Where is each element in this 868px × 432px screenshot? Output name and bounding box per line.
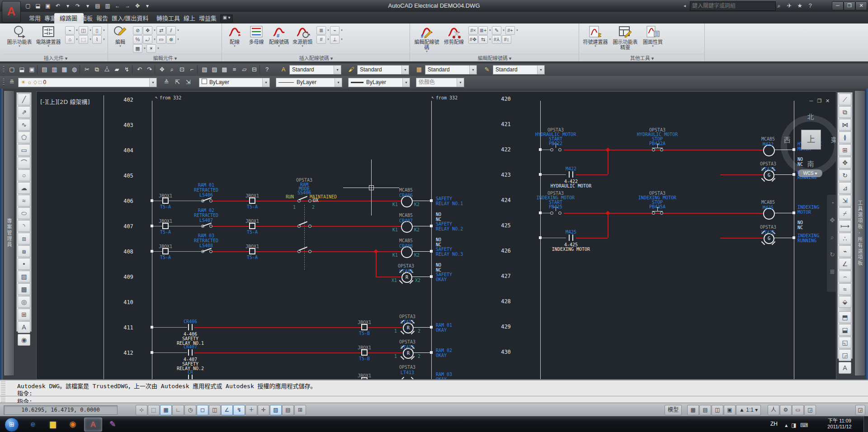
- tray-icon-2[interactable]: ⌨: [800, 422, 808, 428]
- status-far-icon-0[interactable]: 人: [768, 405, 779, 415]
- ribbon-button-來源箭頭[interactable]: 來源箭頭▾: [291, 25, 314, 53]
- modify-tool-icon-12[interactable]: ⌁: [839, 245, 851, 257]
- draw-tool-icon-12[interactable]: ⧇: [18, 245, 30, 257]
- ribbon-button-圖示功能表精靈[interactable]: 圖示功能表 精靈: [610, 25, 640, 53]
- status-toggle-3[interactable]: ∟: [172, 405, 184, 415]
- dropdown-arrow-icon[interactable]: ▾: [335, 78, 342, 87]
- draw-tool-icon-18[interactable]: A: [18, 321, 30, 333]
- dropdown-arrow-icon[interactable]: ▾: [326, 35, 330, 43]
- wire-segment[interactable]: [211, 201, 401, 202]
- terminal-symbol[interactable]: [162, 223, 169, 229]
- infocenter-icon-3[interactable]: ?: [805, 1, 815, 10]
- dropdown-arrow-icon[interactable]: ▾: [340, 26, 344, 34]
- wire-segment[interactable]: [152, 251, 203, 252]
- style-dropdown-3[interactable]: Standard▾: [493, 65, 545, 75]
- status-toggle-13[interactable]: ⊞: [294, 405, 306, 415]
- draw-tool-icon-9[interactable]: ⬭: [18, 207, 30, 219]
- status-right-icon-0[interactable]: ▦: [687, 405, 699, 415]
- wire-segment[interactable]: [720, 174, 763, 175]
- wire-segment[interactable]: [411, 226, 431, 226]
- navigation-bar[interactable]: ◔✥⌕↻≣: [827, 195, 836, 292]
- viewcube-west-label[interactable]: 西: [783, 135, 790, 144]
- search-input[interactable]: [690, 1, 776, 11]
- maximize-button[interactable]: ❐: [844, 1, 855, 10]
- status-toggle-7[interactable]: ∠: [221, 405, 233, 415]
- taskbar-autocad[interactable]: A: [84, 418, 102, 432]
- ribbon-small-button[interactable]: ⇄: [156, 26, 166, 35]
- wire-segment[interactable]: [720, 238, 763, 239]
- draworder-icon-1[interactable]: ⬓: [839, 324, 851, 336]
- drawing-minimize-button[interactable]: ─: [808, 98, 815, 103]
- wire-vertical[interactable]: [152, 101, 152, 379]
- wire-segment[interactable]: [564, 213, 763, 214]
- tool-palettes-bar[interactable]: 工具選項板 - 所有選項板: [854, 90, 865, 376]
- navbar-icon-1[interactable]: ✥: [827, 215, 836, 225]
- pushbutton-symbol[interactable]: [660, 211, 663, 215]
- draw-tool-icon-2[interactable]: ∿: [18, 119, 30, 131]
- wire-segment[interactable]: [152, 352, 187, 353]
- dropdown-arrow-icon[interactable]: ▾: [89, 26, 92, 34]
- toolbar1-icon-0[interactable]: ▢: [7, 65, 17, 74]
- draw-tool-icon-5[interactable]: ⌒: [18, 157, 30, 169]
- style-icon-3[interactable]: ✎: [482, 65, 492, 74]
- modify-tool-icon-9[interactable]: ⌿: [839, 207, 851, 219]
- modify-tool-icon-10[interactable]: ⟼: [839, 220, 851, 232]
- status-toggle-5[interactable]: ◻: [197, 405, 208, 415]
- wire-segment[interactable]: [540, 238, 566, 238]
- ribbon-button-編輯配線號碼[interactable]: #編輯配線號 碼▾: [412, 25, 441, 53]
- wire-segment[interactable]: [152, 201, 203, 201]
- toolbar1-icon-30[interactable]: ?: [262, 65, 272, 74]
- pushbutton-symbol[interactable]: [652, 211, 655, 215]
- wire-vertical[interactable]: [431, 101, 432, 379]
- toolbar-grip[interactable]: [3, 66, 5, 73]
- color-dropdown[interactable]: ByLayer▾: [199, 78, 270, 87]
- toolbar1-icon-10[interactable]: ⧉: [92, 65, 102, 74]
- dropdown-arrow-icon[interactable]: ▾: [488, 35, 492, 43]
- qat-icon-12[interactable]: ▾: [143, 2, 152, 10]
- application-menu-button[interactable]: A: [2, 1, 21, 23]
- ribbon-button-配線[interactable]: 配線▾: [224, 25, 245, 53]
- layer-tool-icon-2[interactable]: ⇲: [184, 78, 193, 87]
- contact-symbol[interactable]: [572, 235, 573, 241]
- wire-segment[interactable]: [211, 251, 401, 252]
- pushbutton-symbol[interactable]: [652, 148, 655, 151]
- draw-tool-icon-0[interactable]: ╱: [18, 94, 30, 105]
- modify-tool-icon-13[interactable]: ∠: [839, 258, 851, 270]
- terminal-symbol[interactable]: [249, 248, 255, 254]
- layer-tool-icon-1[interactable]: ⇱: [173, 78, 182, 87]
- ribbon-small-button[interactable]: ▭: [156, 35, 166, 44]
- dropdown-arrow-icon[interactable]: ▾: [153, 35, 156, 43]
- dropdown-arrow-icon[interactable]: ▾: [326, 26, 330, 34]
- draw-tool-icon-4[interactable]: ▭: [18, 144, 30, 156]
- ribbon-small-button[interactable]: ⌇: [92, 35, 102, 44]
- wire-vertical[interactable]: [376, 251, 377, 277]
- ribbon-panel-label[interactable]: 插入元件 ▾: [4, 54, 108, 61]
- ribbon-small-button[interactable]: #+: [505, 26, 515, 35]
- ribbon-small-button[interactable]: ◫: [79, 26, 88, 35]
- status-toggle-1[interactable]: ⬚: [148, 405, 160, 415]
- tray-icon-0[interactable]: ▴: [785, 422, 788, 428]
- wire-segment[interactable]: [411, 277, 431, 277]
- language-indicator[interactable]: ZH: [770, 421, 778, 427]
- infocenter-collapse-icon[interactable]: ◂: [684, 1, 686, 10]
- ribbon-small-button[interactable]: ▦: [133, 44, 142, 53]
- modify-tool-icon-11[interactable]: ∴: [839, 233, 851, 244]
- style-icon-2[interactable]: ▦: [414, 65, 424, 74]
- ribbon-button-多母線[interactable]: 多母線: [246, 25, 267, 53]
- drawing-close-button[interactable]: ✕: [824, 98, 831, 104]
- dropdown-arrow-icon[interactable]: ▾: [401, 66, 409, 74]
- toolbar1-icon-4[interactable]: ▤: [40, 65, 49, 74]
- pushbutton-symbol[interactable]: [558, 211, 561, 215]
- pushbutton-symbol[interactable]: [550, 148, 553, 151]
- ribbon-button-編輯[interactable]: 編輯▾: [110, 25, 130, 53]
- terminal-symbol[interactable]: [162, 248, 169, 254]
- toolbar1-icon-7[interactable]: ◍: [70, 65, 79, 74]
- wire-vertical[interactable]: [540, 101, 541, 379]
- draworder-icon-2[interactable]: ◱: [839, 337, 851, 348]
- toolbar1-icon-23[interactable]: ▧: [200, 65, 209, 74]
- ribbon-button-修剪配線[interactable]: 修剪配線: [442, 25, 466, 53]
- limit-switch-symbol[interactable]: [209, 250, 212, 253]
- toolbar1-icon-19[interactable]: ⌕: [167, 65, 177, 74]
- navbar-icon-4[interactable]: ≣: [827, 266, 836, 277]
- toolbar1-icon-9[interactable]: ✂: [82, 65, 92, 74]
